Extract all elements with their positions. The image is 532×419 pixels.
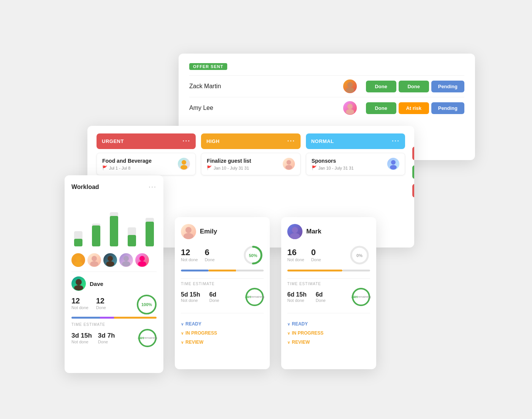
emily-time-est: TIME ESTIMATE 5d 15h Not done 6d Done 34… <box>181 282 264 306</box>
mark-header: Mark <box>287 224 370 239</box>
mark-time-est: TIME ESTIMATE 6d 15h Not done 6d Done 34… <box>287 282 370 306</box>
emily-divider <box>181 278 264 279</box>
bar-fill-2 <box>92 225 100 246</box>
side-stuck-1[interactable]: Stuck <box>412 147 414 160</box>
svg-point-27 <box>292 227 298 233</box>
emily-remaining: 34Hremaining <box>245 288 264 306</box>
mark-expand: ∨ READY ∨ IN PROGRESS ∨ REVIEW <box>287 319 370 347</box>
wl-avatar-1 <box>71 253 85 267</box>
emily-expand: ∨ READY ∨ IN PROGRESS ∨ REVIEW <box>181 319 264 347</box>
workload-header: Workload ··· <box>71 183 157 191</box>
emily-not-done: 12 Not done <box>181 248 198 262</box>
dave-name: Dave <box>90 281 103 287</box>
bar-outer-1 <box>74 231 82 246</box>
mark-progress-chevron: ∨ <box>287 331 290 335</box>
mark-avatar <box>287 224 302 239</box>
emily-donut-svg: 50% <box>242 244 264 266</box>
svg-point-16 <box>124 256 129 261</box>
dave-section: Dave 12 Not done 12 Done 100% <box>71 276 157 347</box>
mark-name: Mark <box>306 228 321 235</box>
svg-point-28 <box>290 233 300 239</box>
emily-progress <box>181 270 264 271</box>
svg-point-3 <box>346 109 354 114</box>
side-done-1[interactable]: Done <box>412 165 414 179</box>
wl-avatar-2 <box>87 253 101 267</box>
emily-header: Emily <box>181 224 264 239</box>
amy-statuses: Done At risk Pending <box>366 102 464 114</box>
emily-review[interactable]: ∨ REVIEW <box>181 338 264 347</box>
svg-point-14 <box>108 256 113 261</box>
bar-outer-2 <box>92 224 100 246</box>
emily-not-done-time: 5d 15h Not done <box>181 291 200 303</box>
svg-point-13 <box>90 261 98 267</box>
bar-outer-5 <box>146 218 154 246</box>
kanban-dots-normal[interactable]: ··· <box>392 137 400 145</box>
kanban-header-high: HIGH ··· <box>201 133 300 149</box>
bar-5 <box>142 218 157 246</box>
wl-avatar-4 <box>119 253 133 267</box>
mark-review[interactable]: ∨ REVIEW <box>287 338 370 347</box>
dave-remaining-circle: 34Hremaining <box>138 329 157 347</box>
bar-2 <box>89 224 103 246</box>
mark-ready[interactable]: ∨ READY <box>287 319 370 329</box>
workload-menu-dots[interactable]: ··· <box>149 183 157 191</box>
flag-icon-guest: 🚩 <box>207 165 212 170</box>
emily-done-time: 6d Done <box>209 291 219 303</box>
emily-in-progress[interactable]: ∨ IN PROGRESS <box>181 329 264 338</box>
workload-card: Workload ··· <box>65 175 163 373</box>
mark-card: Mark 16 Not done 0 Done 0% <box>281 217 376 369</box>
zack-status-1[interactable]: Done <box>366 81 396 92</box>
mark-donut-svg: 0% <box>349 244 370 266</box>
bar-fill-3 <box>110 216 118 246</box>
mark-ready-chevron: ∨ <box>287 322 290 326</box>
kanban-dots-urgent[interactable]: ··· <box>182 137 190 145</box>
task-info-guest: Finalize guest list 🚩 Jan 10 - July 31 3… <box>207 158 279 170</box>
kanban-label-high: HIGH <box>206 138 220 144</box>
emily-ready[interactable]: ∨ READY <box>181 319 264 329</box>
dave-not-done: 12 Not done <box>71 297 89 310</box>
amy-status-2[interactable]: At risk <box>399 102 429 114</box>
amy-status-3[interactable]: Pending <box>431 102 464 114</box>
svg-point-5 <box>180 165 187 170</box>
pb-yellow <box>114 317 157 319</box>
svg-point-7 <box>285 165 292 170</box>
amy-status-1[interactable]: Done <box>366 102 396 114</box>
task-date-sponsors: 🚩 Jan 10 - July 31 31 <box>312 165 384 170</box>
zack-status-2[interactable]: Done <box>399 81 429 92</box>
kanban-dots-high[interactable]: ··· <box>287 137 295 145</box>
kanban-header-normal: NORMAL ··· <box>306 133 405 149</box>
side-stuck-2[interactable]: Stuck <box>412 184 414 197</box>
dave-time-stats: 3d 15h Not done 3d 7h Done 34Hremaining <box>71 329 157 347</box>
svg-point-20 <box>76 279 82 285</box>
dave-done: 12 Done <box>96 297 106 310</box>
bar-1 <box>71 231 86 246</box>
mark-in-progress[interactable]: ∨ IN PROGRESS <box>287 329 370 338</box>
svg-point-23 <box>184 233 193 239</box>
emily-done: 6 Done <box>205 248 215 262</box>
mark-divider-2 <box>287 313 370 313</box>
emily-ready-chevron: ∨ <box>181 322 184 326</box>
emily-donut-wrap: 50% <box>242 244 264 267</box>
dave-progress-bar <box>71 317 157 319</box>
mark-pb-1 <box>287 270 342 271</box>
avatar-zack <box>343 79 357 93</box>
pb-blue <box>71 317 100 319</box>
svg-point-2 <box>347 104 353 109</box>
svg-point-11 <box>74 261 82 267</box>
offer-row-amy: Amy Lee Done At risk Pending <box>189 97 464 119</box>
scene: OFFER SENT Zack Martin Done Done Pending… <box>57 38 475 381</box>
flag-icon-sponsors: 🚩 <box>312 165 317 170</box>
bar-outer-4 <box>128 227 136 246</box>
svg-point-19 <box>138 261 146 267</box>
svg-point-12 <box>92 256 97 261</box>
emily-pb-2 <box>209 270 236 271</box>
dave-circle-badge: 100% <box>137 295 157 314</box>
wl-avatar-3 <box>103 253 117 267</box>
zack-status-3[interactable]: Pending <box>431 81 464 92</box>
dave-done-time: 3d 7h Done <box>98 332 115 344</box>
pb-purple <box>100 317 114 319</box>
svg-point-22 <box>185 227 192 233</box>
svg-point-21 <box>74 285 83 290</box>
offer-name-amy: Amy Lee <box>189 105 339 111</box>
mark-divider <box>287 278 370 279</box>
